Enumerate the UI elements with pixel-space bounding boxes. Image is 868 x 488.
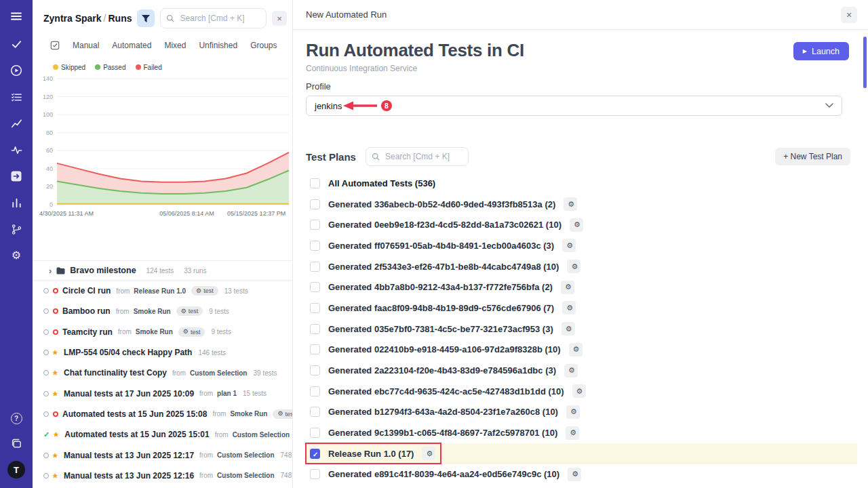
test-list-icon[interactable] xyxy=(9,89,24,104)
test-plan-row[interactable]: All Automated Tests (536) xyxy=(306,173,857,194)
svg-text:20: 20 xyxy=(46,183,53,190)
projects-icon[interactable] xyxy=(9,436,24,451)
filter-button[interactable] xyxy=(137,9,155,27)
test-plan-row[interactable]: Generated faac8f09-94b8-4b19-89d9-c576cd… xyxy=(306,298,857,319)
plan-checkbox[interactable] xyxy=(310,199,320,209)
run-title: Bamboo run xyxy=(62,306,111,316)
run-tests-count: 748 tests xyxy=(281,451,292,459)
plan-checkbox[interactable] xyxy=(310,178,320,188)
run-row[interactable]: ✓ * LMP-554 05/04 check Happy Path 146 t… xyxy=(33,342,292,363)
tab-groups[interactable]: Groups xyxy=(250,41,277,50)
test-plan-row[interactable]: Generated b12794f3-643a-4a2d-8504-23f1e7… xyxy=(306,402,857,423)
run-row[interactable]: ✓ * Automated tests at 15 Jun 2025 15:01… xyxy=(33,424,292,445)
plan-settings-button[interactable]: ⚙ xyxy=(564,197,577,211)
run-title: Chat functinality test Copy xyxy=(64,368,167,378)
test-plan-row[interactable]: Generated 0eeb9e18-f23d-4cd5-82dd-8a1a73… xyxy=(306,214,857,235)
plan-settings-button[interactable]: ⚙ xyxy=(566,426,579,440)
badge-label: test xyxy=(191,329,201,336)
tab-automated[interactable]: Automated xyxy=(112,41,151,50)
run-row[interactable]: ✓ * Automated tests at 15 Jun 2025 15:08… xyxy=(33,404,292,424)
run-row[interactable]: ✓ * Circle CI run from Release Run 1.0 ⚙… xyxy=(33,281,292,301)
plan-checkbox[interactable] xyxy=(310,344,320,354)
run-row[interactable]: ✓ * Manual tests at 17 Jun 2025 10:09 fr… xyxy=(33,383,292,403)
new-test-plan-button[interactable]: + New Test Plan xyxy=(775,148,850,165)
app-logo[interactable]: T xyxy=(7,461,25,479)
settings-gear-icon[interactable]: ⚙ xyxy=(9,248,24,263)
checks-icon[interactable] xyxy=(9,37,24,52)
plan-settings-button[interactable]: ⚙ xyxy=(562,301,576,314)
plan-settings-button[interactable]: ⚙ xyxy=(570,218,583,232)
plan-settings-button[interactable]: ⚙ xyxy=(567,260,580,273)
plan-checkbox[interactable] xyxy=(310,365,320,375)
plan-settings-button[interactable]: ⚙ xyxy=(566,405,580,419)
test-plan-row[interactable]: Generated 035e7bf0-7381-4c5c-be77-321e73… xyxy=(306,319,857,340)
milestone-row[interactable]: › Bravo milestone 124 tests 33 runs xyxy=(33,260,292,281)
runs-icon[interactable] xyxy=(9,63,24,78)
help-icon[interactable]: ? xyxy=(9,411,24,426)
test-plan-row[interactable]: Generated e891c41f-8039-4e64-aa24-e0d56e… xyxy=(306,464,857,485)
launch-button[interactable]: ▶ Launch xyxy=(793,42,849,60)
run-row[interactable]: ✓ * Bamboo run from Smoke Run ⚙ test 9 t… xyxy=(33,301,292,321)
close-dialog-button[interactable]: × xyxy=(841,7,857,23)
plan-settings-button[interactable]: ⚙ xyxy=(561,322,575,336)
plans-search-input[interactable] xyxy=(384,151,462,162)
branches-icon[interactable] xyxy=(9,222,24,237)
test-plan-row[interactable]: Generated 2f5343e3-ef26-47b1-be8b-44cabc… xyxy=(306,256,857,277)
scrollbar-thumb[interactable] xyxy=(863,37,867,88)
test-plan-row[interactable]: Generated 022410b9-e918-4459-a106-97d2a9… xyxy=(306,340,857,361)
menu-icon[interactable] xyxy=(9,9,23,23)
annotation-step-badge: 8 xyxy=(381,100,392,111)
runs-search xyxy=(160,8,267,28)
plan-checkbox[interactable] xyxy=(310,303,320,313)
badge-label: test xyxy=(189,308,199,314)
chevron-right-icon[interactable]: › xyxy=(49,266,52,276)
plan-checkbox[interactable] xyxy=(310,282,320,292)
plan-settings-button[interactable]: ⚙ xyxy=(572,384,586,398)
plan-checkbox[interactable] xyxy=(310,220,320,230)
plan-label: Generated 336abecb-0b52-4d60-9ded-493f3f… xyxy=(328,199,555,209)
plan-settings-button[interactable]: ⚙ xyxy=(564,364,578,378)
plan-checkbox[interactable] xyxy=(310,428,320,438)
test-plan-row[interactable]: Generated ebc77c4d-9635-424c-ac5e-427483… xyxy=(306,381,857,402)
run-row[interactable]: ✓ * Teamcity run from Smoke Run ⚙ test 9… xyxy=(33,322,292,342)
tab-unfinished[interactable]: Unfinished xyxy=(199,41,237,50)
test-plan-row[interactable]: Generated 4bb7a8b0-9212-43a4-b137-f772fe… xyxy=(306,277,857,298)
plan-checkbox[interactable] xyxy=(310,241,320,251)
plan-label: Generated 2f5343e3-ef26-47b1-be8b-44cabc… xyxy=(328,262,559,272)
run-from-source: plan 1 xyxy=(217,390,237,397)
folder-icon xyxy=(56,267,65,274)
plan-settings-button[interactable]: ⚙ xyxy=(568,468,581,481)
gear-icon: ⚙ xyxy=(277,411,283,417)
svg-text:0: 0 xyxy=(50,201,53,208)
pulse-icon[interactable] xyxy=(9,142,24,157)
run-row[interactable]: ✓ * Manual tests at 13 Jun 2025 12:17 fr… xyxy=(33,445,292,465)
test-plan-row[interactable]: Generated 336abecb-0b52-4d60-9ded-493f3f… xyxy=(306,194,857,215)
run-row[interactable]: ✓ * Manual tests at 13 Jun 2025 12:16 fr… xyxy=(33,466,292,486)
test-plan-row[interactable]: Generated 9c1399b1-c065-4f84-8697-7af2c5… xyxy=(306,422,857,443)
run-from-source: Smoke Run xyxy=(136,328,173,336)
tab-manual[interactable]: Manual xyxy=(73,41,99,50)
import-icon[interactable] xyxy=(9,169,24,184)
plan-checkbox[interactable] xyxy=(310,469,320,479)
test-plan-row[interactable]: Release Run 1.0 (17) ⚙ xyxy=(306,443,857,464)
reports-icon[interactable] xyxy=(9,195,24,210)
test-plan-row[interactable]: Generated ff076591-05ab-4b4b-8491-1ecb00… xyxy=(306,235,857,256)
plan-settings-button[interactable]: ⚙ xyxy=(562,239,576,252)
close-panel-button[interactable]: × xyxy=(272,11,287,26)
plan-checkbox[interactable] xyxy=(310,407,320,417)
analytics-icon[interactable] xyxy=(9,116,24,131)
plan-settings-button[interactable]: ⚙ xyxy=(561,281,574,294)
plan-settings-button[interactable]: ⚙ xyxy=(422,447,435,460)
plan-settings-button[interactable]: ⚙ xyxy=(569,343,583,357)
plan-checkbox[interactable] xyxy=(310,262,320,272)
plan-label: Release Run 1.0 (17) xyxy=(328,449,414,459)
runs-search-input[interactable] xyxy=(179,13,260,24)
tab-mixed[interactable]: Mixed xyxy=(164,41,186,50)
test-plan-row[interactable]: Generated 2a223104-f20e-4b43-83d9-e78459… xyxy=(306,360,857,381)
run-row[interactable]: ✓ * Chat functinality test Copy from Cus… xyxy=(33,363,292,383)
plan-checkbox[interactable] xyxy=(310,324,320,334)
plan-checkbox[interactable] xyxy=(310,449,320,459)
plan-checkbox[interactable] xyxy=(310,386,320,396)
profile-select[interactable]: jenkins 8 xyxy=(306,96,842,116)
breadcrumb-project[interactable]: Zyntra Spark xyxy=(43,13,102,24)
